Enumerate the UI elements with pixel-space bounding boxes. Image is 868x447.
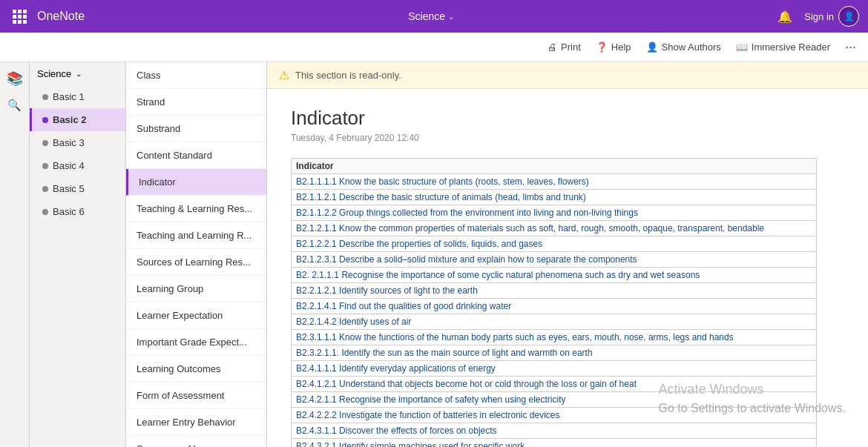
print-icon: 🖨 xyxy=(548,42,557,53)
table-row: B2.1.1.1.1 Know the basic structure of p… xyxy=(292,174,817,190)
page-date: Tuesday, 4 February 2020 12:40 xyxy=(291,133,844,143)
table-row: B2.4.3.2.1 Identify simple machines used… xyxy=(292,439,817,448)
table-cell: B2.2.1.4.1 Find out the qualities of goo… xyxy=(292,299,817,314)
table-cell: B2.2.1.2.1 Identify sources of light to … xyxy=(292,283,817,299)
page-item[interactable]: Class xyxy=(126,62,266,89)
page-item[interactable]: Form of Assessment xyxy=(126,383,266,409)
top-bar: OneNote Science ⌄ 🔔 Sign in 👤 xyxy=(0,0,868,33)
table-row: B2.3.1.1.1 Know the functions of the hum… xyxy=(292,330,817,345)
page-item[interactable]: Learning Group xyxy=(126,276,266,302)
section-item[interactable]: Basic 4 xyxy=(30,154,125,177)
print-button[interactable]: 🖨 Print xyxy=(548,42,581,53)
toolbar: 🖨 Print ❓ Help 👤 Show Authors 📖 Immersiv… xyxy=(0,33,868,62)
table-cell: B2.1.1.2.2 Group things collected from t… xyxy=(292,205,817,221)
notebook-chevron-icon[interactable]: ⌄ xyxy=(448,13,454,21)
page-item[interactable]: Substrand xyxy=(126,116,266,142)
table-cell: B2.4.3.2.1 Identify simple machines used… xyxy=(292,439,817,448)
avatar: 👤 xyxy=(838,6,859,27)
table-cell: B2.4.2.1.1 Recognise the importance of s… xyxy=(292,392,817,408)
section-item-label: Basic 1 xyxy=(53,91,85,102)
section-item[interactable]: Basic 6 xyxy=(30,200,125,223)
table-cell: B2.4.3.1.1 Discover the effects of force… xyxy=(292,423,817,439)
app-name: OneNote xyxy=(37,10,85,23)
table-row: B2.2.1.4.2 Identify uses of air xyxy=(292,314,817,330)
sign-in-label: Sign in xyxy=(804,11,834,22)
table-row: B2.4.1.1.1 Identify everyday application… xyxy=(292,361,817,377)
table-row: B2.1.2.1.1 Know the common properties of… xyxy=(292,221,817,236)
section-list: Science ⌄ Basic 1Basic 2Basic 3Basic 4Ba… xyxy=(30,62,126,447)
table-row: B2.2.1.2.1 Identify sources of light to … xyxy=(292,283,817,299)
page-item[interactable]: Teaching & Learning Res... xyxy=(126,196,266,222)
grid-menu-button[interactable] xyxy=(9,6,30,27)
page-list: ClassStrandSubstrandContent StandardIndi… xyxy=(126,62,267,447)
page-item[interactable]: Learning Outcomes xyxy=(126,356,266,383)
search-sidebar-button[interactable]: 🔍 xyxy=(4,95,25,116)
section-dot-icon xyxy=(42,140,48,146)
table-row: B2. 2.1.1.1 Recognise the importance of … xyxy=(292,268,817,283)
table-row: B2.4.1.2.1 Understand that objects becom… xyxy=(292,377,817,392)
section-item-label: Basic 3 xyxy=(53,137,85,148)
search-icon: 🔍 xyxy=(7,99,22,112)
section-item[interactable]: Basic 1 xyxy=(30,85,125,108)
show-authors-label: Show Authors xyxy=(662,42,721,53)
page-item[interactable]: Teaching and Learning R... xyxy=(126,222,266,249)
notification-icon[interactable]: 🔔 xyxy=(777,10,792,24)
notebook-header-chevron-icon: ⌄ xyxy=(76,70,82,78)
section-item[interactable]: Basic 2 xyxy=(30,108,125,131)
table-row: B2.4.2.2.2 Investigate the function of b… xyxy=(292,408,817,423)
page-item[interactable]: Indicator xyxy=(126,169,266,196)
show-authors-button[interactable]: 👤 Show Authors xyxy=(646,42,721,53)
page-item[interactable]: Learner Expectation xyxy=(126,302,266,329)
grid-icon xyxy=(13,10,27,24)
print-label: Print xyxy=(561,42,581,53)
main-layout: 📚 🔍 Science ⌄ Basic 1Basic 2Basic 3Basic… xyxy=(0,62,868,447)
section-dot-icon xyxy=(42,94,48,100)
notebook-header[interactable]: Science ⌄ xyxy=(30,62,125,85)
page-title: Indicator xyxy=(291,107,844,130)
top-bar-center: Science ⌄ xyxy=(85,10,777,22)
sign-in-button[interactable]: Sign in 👤 xyxy=(804,6,859,27)
section-item-label: Basic 4 xyxy=(53,160,85,171)
readonly-banner: ⚠ This section is read-only. xyxy=(267,62,868,89)
notebook-name-top[interactable]: Science xyxy=(408,10,445,22)
notebooks-icon[interactable]: 📚 xyxy=(4,68,25,89)
sidebar-notebooks: 📚 🔍 xyxy=(0,62,30,447)
immersive-reader-label: Immersive Reader xyxy=(752,42,830,53)
table-cell: B2.1.2.2.1 Describe the properties of so… xyxy=(292,236,817,252)
notebook-header-label: Science xyxy=(37,68,71,79)
section-item-label: Basic 5 xyxy=(53,183,85,194)
table-cell: B2.1.2.3.1 Describe a solid–solid mixtur… xyxy=(292,252,817,268)
help-button[interactable]: ❓ Help xyxy=(596,42,631,53)
page-item[interactable]: Sequence of Lesson xyxy=(126,436,266,447)
content-area: ⚠ This section is read-only. Indicator T… xyxy=(267,62,868,447)
immersive-reader-button[interactable]: 📖 Immersive Reader xyxy=(736,42,830,53)
page-item[interactable]: Sources of Learning Res... xyxy=(126,249,266,276)
page-item[interactable]: Important Grade Expect... xyxy=(126,329,266,356)
table-row: B2.4.2.1.1 Recognise the importance of s… xyxy=(292,392,817,408)
table-header: Indicator xyxy=(292,159,817,174)
top-bar-right: 🔔 Sign in 👤 xyxy=(777,6,859,27)
table-row: B2.1.1.2.2 Group things collected from t… xyxy=(292,205,817,221)
immersive-reader-icon: 📖 xyxy=(736,42,748,53)
page-item[interactable]: Learner Entry Behavior xyxy=(126,409,266,436)
page-item[interactable]: Content Standard xyxy=(126,142,266,169)
table-row: B2.2.1.4.1 Find out the qualities of goo… xyxy=(292,299,817,314)
table-row: B2.1.1.2.1 Describe the basic structure … xyxy=(292,190,817,205)
warning-icon: ⚠ xyxy=(279,68,289,82)
section-item-label: Basic 6 xyxy=(53,206,85,217)
readonly-text: This section is read-only. xyxy=(295,70,401,81)
table-cell: B2.3.2.1.1. Identify the sun as the main… xyxy=(292,345,817,361)
section-item[interactable]: Basic 5 xyxy=(30,177,125,200)
help-icon: ❓ xyxy=(596,42,608,53)
top-bar-left: OneNote xyxy=(9,6,85,27)
help-label: Help xyxy=(611,42,631,53)
section-item[interactable]: Basic 3 xyxy=(30,131,125,154)
authors-icon: 👤 xyxy=(646,42,658,53)
table-cell: B2.2.1.4.2 Identify uses of air xyxy=(292,314,817,330)
page-item[interactable]: Strand xyxy=(126,89,266,116)
indicator-table: Indicator B2.1.1.1.1 Know the basic stru… xyxy=(291,158,817,447)
more-button[interactable]: ··· xyxy=(845,39,856,55)
section-dot-icon xyxy=(42,186,48,192)
table-cell: B2.3.1.1.1 Know the functions of the hum… xyxy=(292,330,817,345)
table-row: B2.1.2.3.1 Describe a solid–solid mixtur… xyxy=(292,252,817,268)
